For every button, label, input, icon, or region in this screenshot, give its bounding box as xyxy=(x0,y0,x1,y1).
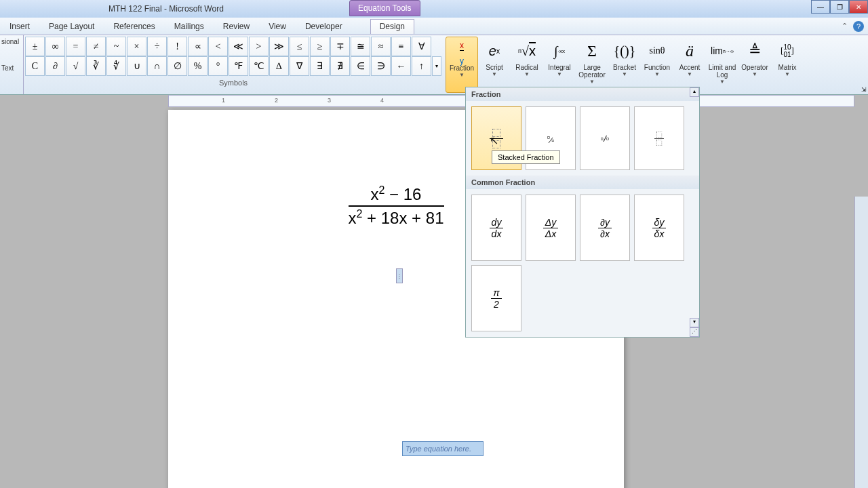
ruler-mark: 4 xyxy=(380,97,384,104)
large-operator-label: LargeOperator xyxy=(578,64,605,79)
symbol-plusminus[interactable]: ± xyxy=(25,37,45,56)
symbol-celsius[interactable]: ℃ xyxy=(249,56,269,76)
symbol-approx[interactable]: ≈ xyxy=(371,37,391,56)
integral-icon: ∫-xx xyxy=(554,38,565,64)
scroll-down-button[interactable]: ▾ xyxy=(690,318,699,327)
vertical-scrollbar[interactable] xyxy=(854,197,868,488)
minimize-button[interactable]: — xyxy=(811,0,830,14)
symbol-muchgt[interactable]: ≫ xyxy=(269,37,289,56)
chevron-down-icon: ▼ xyxy=(687,71,692,77)
maximize-button[interactable]: ❐ xyxy=(830,0,849,14)
linear-text[interactable]: Text xyxy=(0,62,23,75)
close-button[interactable]: ✕ xyxy=(849,0,868,14)
tab-review[interactable]: Review xyxy=(214,22,259,31)
symbols-expand-button[interactable]: ▾ xyxy=(432,56,441,76)
equation-handle-left[interactable]: ⋮ xyxy=(396,268,403,283)
symbol-elementof[interactable]: ∈ xyxy=(351,56,370,76)
script-button[interactable]: ex Script ▼ xyxy=(478,37,511,93)
symbol-gt[interactable]: > xyxy=(249,37,269,56)
symbol-percent[interactable]: % xyxy=(188,56,208,76)
tooltip: Stacked Fraction xyxy=(492,150,560,164)
symbol-exists[interactable]: ∃ xyxy=(310,56,330,76)
professional-text[interactable]: sional xyxy=(0,35,23,48)
symbol-contains[interactable]: ∋ xyxy=(371,56,391,76)
symbol-congruent[interactable]: ≅ xyxy=(351,37,370,56)
ribbon-tools-group: sional Text ⇲ xyxy=(0,35,24,94)
bracket-button[interactable]: {()} Bracket ▼ xyxy=(608,37,641,93)
large-operator-button[interactable]: Σ LargeOperator ▼ xyxy=(576,37,608,93)
symbol-degree[interactable]: ° xyxy=(208,56,228,76)
chevron-down-icon: ▼ xyxy=(622,71,627,77)
integral-button[interactable]: ∫-xx Integral ▼ xyxy=(543,37,576,93)
symbol-divide[interactable]: ÷ xyxy=(147,37,167,56)
symbol-times[interactable]: × xyxy=(127,37,146,56)
symbol-intersect[interactable]: ∩ xyxy=(147,56,167,76)
accent-button[interactable]: ä Accent ▼ xyxy=(673,37,706,93)
accent-icon: ä xyxy=(686,38,694,64)
symbol-muchlt[interactable]: ≪ xyxy=(229,37,248,56)
operator-button[interactable]: ≜ Operator ▼ xyxy=(738,37,771,93)
partial-y-x-item[interactable]: ∂y∂x xyxy=(580,195,630,261)
tab-references[interactable]: References xyxy=(104,22,164,31)
tab-view[interactable]: View xyxy=(259,22,296,31)
tab-mailings[interactable]: Mailings xyxy=(165,22,214,31)
symbol-equals[interactable]: = xyxy=(66,37,85,56)
help-icon[interactable]: ? xyxy=(853,21,864,32)
ribbon-collapse-icon[interactable]: ⌃ xyxy=(842,22,848,30)
matrix-icon: [1001] xyxy=(781,38,794,64)
symbol-forall[interactable]: ∀ xyxy=(412,37,431,56)
symbol-uparrow[interactable]: ↑ xyxy=(412,56,431,76)
dialog-launcher-icon[interactable]: ⇲ xyxy=(861,86,867,93)
equation-placeholder[interactable]: Type equation here. xyxy=(402,441,484,456)
equation-numerator: x2 − 16 xyxy=(349,184,444,207)
dy-dx-item[interactable]: dydx xyxy=(471,195,521,261)
symbol-equiv[interactable]: ≡ xyxy=(391,37,411,56)
operator-label: Operator xyxy=(741,64,768,71)
symbol-sqrt[interactable]: √ xyxy=(66,56,85,76)
limit-log-button[interactable]: limn→∞ Limit andLog ▼ xyxy=(706,37,738,93)
linear-fraction-item[interactable]: ▫/▫ xyxy=(580,106,630,170)
symbol-union[interactable]: ∪ xyxy=(127,56,146,76)
symbol-partial[interactable]: ∂ xyxy=(45,56,65,76)
symbol-mp[interactable]: ∓ xyxy=(330,37,350,56)
tab-design[interactable]: Design xyxy=(370,19,414,34)
ruler-mark: 1 xyxy=(222,97,225,104)
symbol-notequal[interactable]: ≠ xyxy=(86,37,106,56)
symbol-delta[interactable]: ∆ xyxy=(269,56,289,76)
accent-label: Accent xyxy=(679,64,701,71)
common-fractions-grid: dydx ΔyΔx ∂y∂x δyδx π2 xyxy=(466,189,699,337)
small-fraction-item[interactable] xyxy=(634,106,684,170)
symbol-infinity[interactable]: ∞ xyxy=(45,37,65,56)
chevron-down-icon: ▼ xyxy=(459,72,465,78)
delta-y-x-item[interactable]: ΔyΔx xyxy=(526,195,576,261)
symbol-propto[interactable]: ∝ xyxy=(188,37,208,56)
symbol-nabla[interactable]: ∇ xyxy=(290,56,309,76)
fraction-button[interactable]: xy Fraction ▼ xyxy=(446,37,478,93)
symbol-geq[interactable]: ≥ xyxy=(310,37,330,56)
pi-over-2-item[interactable]: π2 xyxy=(471,265,521,331)
radical-button[interactable]: n√x Radical ▼ xyxy=(511,37,543,93)
symbol-tilde[interactable]: ~ xyxy=(106,37,126,56)
limit-icon: limn→∞ xyxy=(711,38,734,64)
symbol-factorial[interactable]: ! xyxy=(167,37,187,56)
function-button[interactable]: sinθ Function ▼ xyxy=(641,37,673,93)
variation-y-x-item[interactable]: δyδx xyxy=(634,195,684,261)
scroll-up-button[interactable]: ▴ xyxy=(690,87,699,97)
symbol-cbrt[interactable]: ∛ xyxy=(86,56,106,76)
symbol-fahrenheit[interactable]: ℉ xyxy=(229,56,248,76)
symbol-leftarrow[interactable]: ← xyxy=(391,56,411,76)
sigma-icon: Σ xyxy=(587,38,597,64)
symbol-leq[interactable]: ≤ xyxy=(290,37,309,56)
symbol-complement[interactable]: C xyxy=(25,56,45,76)
symbol-lt[interactable]: < xyxy=(208,37,228,56)
tab-page-layout[interactable]: Page Layout xyxy=(39,22,104,31)
tab-insert[interactable]: Insert xyxy=(0,22,39,31)
symbol-emptyset[interactable]: ∅ xyxy=(167,56,187,76)
tab-developer[interactable]: Developer xyxy=(296,22,352,31)
symbol-row-2: C ∂ √ ∛ ∜ ∪ ∩ ∅ % ° ℉ ℃ ∆ ∇ ∃ ∄ ∈ ∋ ← ↑ … xyxy=(25,56,441,76)
function-icon: sinθ xyxy=(649,38,665,64)
symbol-notexists[interactable]: ∄ xyxy=(330,56,350,76)
matrix-button[interactable]: [1001] Matrix ▼ xyxy=(771,37,804,93)
symbol-4root[interactable]: ∜ xyxy=(106,56,126,76)
resize-grip-icon[interactable]: ⋰ xyxy=(690,327,699,337)
